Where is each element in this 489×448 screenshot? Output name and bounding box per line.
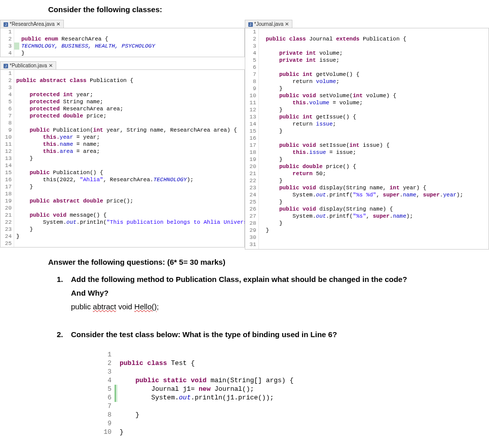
page-heading: Consider the following classes: bbox=[0, 0, 489, 19]
editor-journal[interactable]: 1234567891011121314151617181920212223242… bbox=[245, 28, 490, 250]
java-file-icon: J bbox=[4, 22, 8, 27]
tab-label: *Journal.java bbox=[254, 21, 284, 27]
question-list: 1.Add the following method to Publicatio… bbox=[0, 272, 489, 436]
question-1: 1.Add the following method to Publicatio… bbox=[71, 272, 464, 313]
editor-row: J*ResearchArea.java ✕ 1234 public enum R… bbox=[0, 19, 489, 250]
tab-label: *Publication.java bbox=[10, 63, 47, 68]
answer-heading: Answer the following questions: (6* 5= 3… bbox=[0, 250, 489, 272]
tab-journal[interactable]: J*Journal.java ✕ bbox=[245, 20, 293, 28]
java-file-icon: J bbox=[4, 64, 8, 68]
editor-publication[interactable]: 1234567891011121314151617181920212223242… bbox=[0, 69, 245, 248]
test-code-snippet: 12345678910 public class Test { public s… bbox=[101, 350, 464, 436]
tab-publication[interactable]: J*Publication.java ✕ bbox=[0, 61, 56, 69]
editor-researcharea[interactable]: 1234 public enum ResearchArea { TECHNOLO… bbox=[0, 28, 245, 57]
tab-researcharea[interactable]: J*ResearchArea.java ✕ bbox=[0, 20, 64, 28]
question-2: 2.Consider the test class below: What is… bbox=[71, 328, 464, 436]
java-file-icon: J bbox=[248, 22, 253, 27]
tab-label: *ResearchArea.java bbox=[10, 21, 55, 27]
